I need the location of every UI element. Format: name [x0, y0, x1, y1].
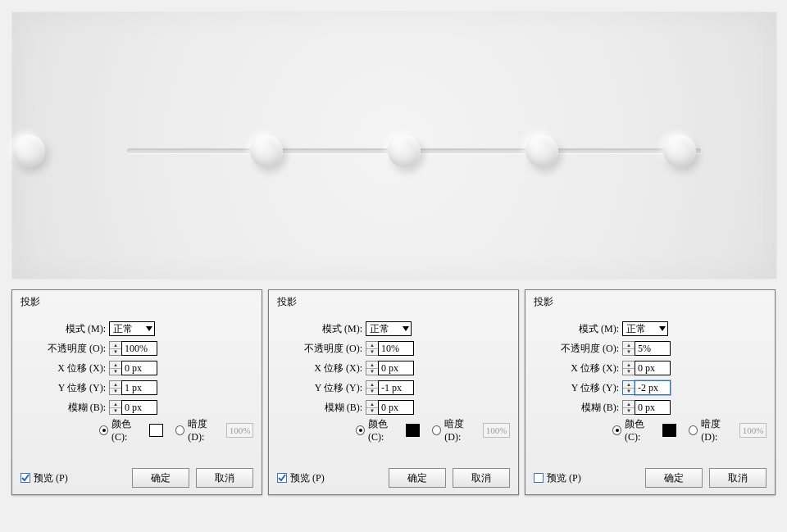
- x-offset-stepper-input[interactable]: [121, 361, 157, 375]
- step-down-icon[interactable]: ▼: [366, 369, 378, 375]
- darkness-label: 暗度 (D):: [444, 417, 480, 443]
- step-up-icon[interactable]: ▲: [623, 361, 635, 369]
- y-offset-stepper[interactable]: ▲ ▼: [622, 380, 671, 395]
- checkbox-icon[interactable]: [534, 473, 544, 483]
- step-down-icon[interactable]: ▼: [110, 408, 121, 415]
- preview-checkbox[interactable]: 预览 (P): [277, 471, 325, 485]
- color-swatch[interactable]: [662, 424, 676, 437]
- blur-stepper-input[interactable]: [121, 400, 157, 415]
- blur-stepper[interactable]: ▲ ▼: [366, 400, 414, 415]
- step-up-icon[interactable]: ▲: [623, 381, 635, 389]
- step-down-icon[interactable]: ▼: [110, 349, 121, 356]
- step-up-icon[interactable]: ▲: [366, 401, 378, 408]
- mode-select[interactable]: 正常: [622, 321, 668, 336]
- mode-select[interactable]: 正常: [366, 321, 412, 336]
- y-offset-stepper[interactable]: ▲ ▼: [109, 380, 157, 395]
- step-down-icon[interactable]: ▼: [623, 408, 635, 415]
- stepper-buttons[interactable]: ▲ ▼: [109, 380, 121, 395]
- mode-label: 模式 (M):: [534, 322, 622, 336]
- cancel-button[interactable]: 取消: [709, 468, 767, 488]
- step-up-icon[interactable]: ▲: [366, 381, 378, 389]
- stepper-buttons[interactable]: ▲ ▼: [622, 380, 635, 395]
- color-radio[interactable]: [99, 425, 108, 435]
- color-radio[interactable]: [612, 425, 621, 435]
- x-offset-stepper[interactable]: ▲ ▼: [109, 361, 157, 375]
- darkness-radio[interactable]: [175, 425, 184, 435]
- stepper-buttons[interactable]: ▲ ▼: [622, 341, 635, 356]
- ok-button[interactable]: 确定: [132, 468, 189, 488]
- stepper-buttons[interactable]: ▲ ▼: [366, 341, 378, 356]
- ok-button[interactable]: 确定: [645, 468, 703, 488]
- step-down-icon[interactable]: ▼: [366, 408, 378, 415]
- blur-stepper[interactable]: ▲ ▼: [109, 400, 157, 415]
- step-down-icon[interactable]: ▼: [623, 389, 635, 395]
- stepper-buttons[interactable]: ▲ ▼: [109, 341, 121, 356]
- opacity-stepper[interactable]: ▲ ▼: [622, 341, 671, 356]
- y-offset-stepper-input[interactable]: [635, 380, 671, 395]
- stepper-buttons[interactable]: ▲ ▼: [109, 361, 121, 375]
- darkness-radio[interactable]: [432, 425, 441, 435]
- blur-stepper-input[interactable]: [378, 400, 414, 415]
- blur-stepper[interactable]: ▲ ▼: [622, 400, 671, 415]
- stepper-buttons[interactable]: ▲ ▼: [109, 400, 121, 415]
- step-down-icon[interactable]: ▼: [623, 369, 635, 375]
- opacity-stepper-input[interactable]: [378, 341, 414, 356]
- checkbox-icon[interactable]: [20, 473, 30, 483]
- shadow-panel: 投影 模式 (M): 正常 不透明度 (O): ▲ ▼ X 位移 (X):: [268, 289, 519, 495]
- x-offset-stepper-input[interactable]: [635, 361, 671, 375]
- opacity-stepper[interactable]: ▲ ▼: [109, 341, 157, 356]
- step-up-icon[interactable]: ▲: [110, 342, 121, 349]
- opacity-stepper-input[interactable]: [635, 341, 671, 356]
- opacity-label: 不透明度 (O):: [534, 342, 622, 356]
- xoffset-label: X 位移 (X):: [534, 361, 622, 375]
- chevron-down-icon: [403, 326, 409, 331]
- cancel-button[interactable]: 取消: [453, 468, 510, 488]
- stepper-buttons[interactable]: ▲ ▼: [366, 400, 378, 415]
- step-down-icon[interactable]: ▼: [366, 389, 378, 395]
- step-down-icon[interactable]: ▼: [110, 389, 121, 395]
- chevron-down-icon: [659, 326, 666, 331]
- stepper-buttons[interactable]: ▲ ▼: [622, 361, 635, 375]
- shadow-panel: 投影 模式 (M): 正常 不透明度 (O): ▲ ▼ X 位移 (X):: [11, 289, 262, 495]
- yoffset-label: Y 位移 (Y):: [534, 381, 622, 395]
- yoffset-label: Y 位移 (Y):: [277, 381, 366, 395]
- stepper-buttons[interactable]: ▲ ▼: [622, 400, 635, 415]
- step-down-icon[interactable]: ▼: [110, 369, 121, 375]
- darkness-radio[interactable]: [689, 425, 698, 435]
- step-dot: [525, 134, 558, 167]
- step-up-icon[interactable]: ▲: [366, 361, 378, 369]
- blur-label: 模糊 (B):: [277, 401, 366, 415]
- opacity-stepper[interactable]: ▲ ▼: [366, 341, 414, 356]
- step-up-icon[interactable]: ▲: [623, 401, 635, 408]
- step-down-icon[interactable]: ▼: [366, 349, 378, 356]
- color-swatch[interactable]: [406, 424, 420, 437]
- stepper-buttons[interactable]: ▲ ▼: [366, 361, 378, 375]
- step-up-icon[interactable]: ▲: [110, 401, 121, 408]
- stepper-buttons[interactable]: ▲ ▼: [366, 380, 378, 395]
- checkbox-icon[interactable]: [277, 473, 287, 483]
- mode-value: 正常: [626, 322, 646, 336]
- step-up-icon[interactable]: ▲: [623, 342, 635, 349]
- preview-checkbox[interactable]: 预览 (P): [20, 471, 68, 485]
- y-offset-stepper[interactable]: ▲ ▼: [366, 380, 414, 395]
- chevron-down-icon: [146, 326, 152, 331]
- cancel-button[interactable]: 取消: [196, 468, 253, 488]
- x-offset-stepper[interactable]: ▲ ▼: [366, 361, 414, 375]
- ok-button[interactable]: 确定: [389, 468, 446, 488]
- step-up-icon[interactable]: ▲: [110, 361, 121, 369]
- preview-checkbox[interactable]: 预览 (P): [534, 471, 581, 485]
- blur-stepper-input[interactable]: [635, 400, 671, 415]
- color-swatch[interactable]: [149, 424, 163, 437]
- step-up-icon[interactable]: ▲: [110, 381, 121, 389]
- step-up-icon[interactable]: ▲: [366, 342, 378, 349]
- y-offset-stepper-input[interactable]: [121, 380, 157, 395]
- xoffset-label: X 位移 (X):: [20, 361, 109, 375]
- x-offset-stepper[interactable]: ▲ ▼: [622, 361, 671, 375]
- color-radio[interactable]: [356, 425, 365, 435]
- mode-select[interactable]: 正常: [109, 321, 155, 336]
- x-offset-stepper-input[interactable]: [378, 361, 414, 375]
- y-offset-stepper-input[interactable]: [378, 380, 414, 395]
- opacity-stepper-input[interactable]: [121, 341, 157, 356]
- step-down-icon[interactable]: ▼: [623, 349, 635, 356]
- mode-label: 模式 (M):: [20, 322, 109, 336]
